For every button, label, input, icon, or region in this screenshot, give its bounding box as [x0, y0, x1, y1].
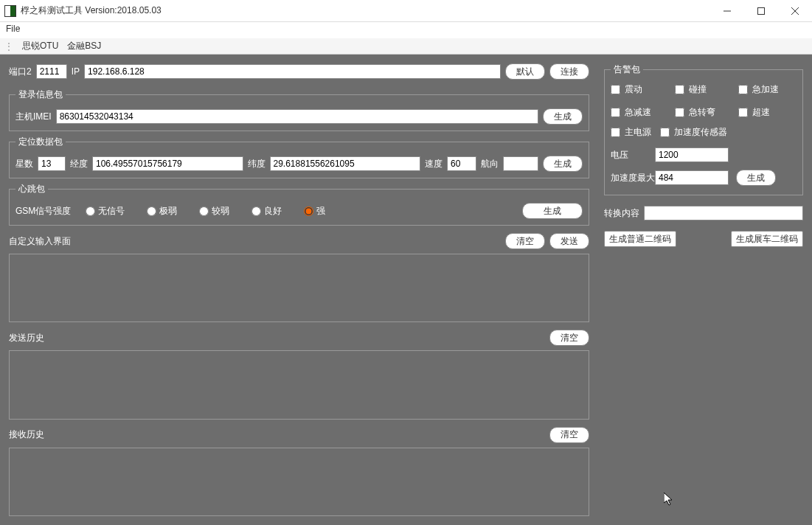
locate-group: 定位数据包 星数 经度 纬度 速度 航向 生成: [9, 136, 589, 178]
lon-label: 经度: [70, 158, 88, 170]
alarm-check-accel[interactable]: 急加速: [738, 83, 797, 96]
alarm-generate-button[interactable]: 生成: [736, 170, 776, 186]
heading-input[interactable]: [503, 156, 538, 171]
custom-send-button[interactable]: 发送: [549, 233, 589, 249]
voltage-input[interactable]: [655, 147, 729, 162]
custom-input-area[interactable]: [9, 254, 589, 322]
default-button[interactable]: 默认: [505, 63, 545, 80]
custom-clear-button[interactable]: 清空: [505, 233, 545, 249]
accdiff-label: 加速度最大差值: [611, 173, 648, 183]
locate-legend: 定位数据包: [15, 136, 66, 148]
recv-history-area[interactable]: [9, 448, 589, 516]
heading-label: 航向: [481, 158, 499, 170]
alarm-legend: 告警包: [611, 63, 643, 76]
alarm-group: 告警包 震动 碰撞 急加速 急减速 急转弯 超速 主电源 加速度传感器 电压 加…: [604, 63, 803, 195]
login-legend: 登录信息包: [15, 88, 66, 101]
voltage-label: 电压: [611, 149, 648, 161]
convert-input[interactable]: [644, 206, 803, 220]
login-generate-button[interactable]: 生成: [543, 108, 583, 125]
toolbar-grip-icon: ⋮: [4, 41, 12, 52]
send-history-label: 发送历史: [9, 332, 44, 344]
gsm-radio-veryweak[interactable]: 极弱: [147, 205, 177, 218]
gsm-radio-none[interactable]: 无信号: [86, 205, 125, 218]
connection-row: 端口2 IP 默认 连接: [9, 63, 589, 80]
gsm-radio-strong[interactable]: 强: [304, 205, 325, 218]
alarm-check-decel[interactable]: 急减速: [611, 106, 669, 119]
menubar: File: [0, 22, 812, 38]
send-history-clear-button[interactable]: 清空: [549, 330, 589, 346]
maximize-button[interactable]: [744, 0, 778, 22]
lon-input[interactable]: [92, 156, 243, 171]
heartbeat-legend: 心跳包: [15, 183, 48, 195]
alarm-check-overspeed[interactable]: 超速: [738, 106, 797, 119]
imei-label: 主机IMEI: [15, 111, 52, 123]
connect-button[interactable]: 连接: [549, 63, 589, 80]
send-history-header: 发送历史 清空: [9, 330, 589, 346]
recv-history-clear-button[interactable]: 清空: [549, 427, 589, 443]
accdiff-input[interactable]: [655, 170, 729, 185]
convert-label: 转换内容: [604, 207, 639, 220]
sat-label: 星数: [15, 158, 33, 170]
send-history-area[interactable]: [9, 350, 589, 419]
gsm-radio-good[interactable]: 良好: [251, 205, 282, 218]
gsm-radio-weak[interactable]: 较弱: [199, 205, 229, 218]
lat-input[interactable]: [270, 156, 421, 171]
alarm-check-vibration[interactable]: 震动: [611, 83, 669, 96]
close-button[interactable]: [778, 0, 812, 22]
app-icon: [4, 5, 16, 17]
speed-input[interactable]: [447, 156, 476, 171]
login-group: 登录信息包 主机IMEI 生成: [9, 88, 589, 131]
svg-rect-1: [758, 7, 765, 14]
sat-input[interactable]: [38, 156, 66, 171]
toolbar: ⋮ 思锐OTU 金融BSJ: [0, 38, 812, 55]
custom-header: 自定义输入界面 清空 发送: [9, 233, 589, 249]
gen-display-qr-button[interactable]: 生成展车二维码: [731, 231, 803, 247]
port-input[interactable]: [36, 64, 67, 79]
right-column: 告警包 震动 碰撞 急加速 急减速 急转弯 超速 主电源 加速度传感器 电压 加…: [604, 63, 803, 516]
left-column: 端口2 IP 默认 连接 登录信息包 主机IMEI 生成 定位数据包 星数 经度: [9, 63, 589, 516]
alarm-check-accelsensor[interactable]: 加速度传感器: [660, 126, 727, 139]
port-label: 端口2: [9, 66, 32, 78]
tab-siru-otu[interactable]: 思锐OTU: [22, 40, 58, 52]
ip-input[interactable]: [84, 64, 501, 79]
gen-normal-qr-button[interactable]: 生成普通二维码: [604, 231, 676, 247]
titlebar: 桴之科测试工具 Version:2018.05.03: [0, 0, 812, 22]
custom-label: 自定义输入界面: [9, 235, 71, 248]
lat-label: 纬度: [248, 158, 266, 170]
recv-history-header: 接收历史 清空: [9, 427, 589, 443]
window-controls: [710, 0, 812, 22]
minimize-button[interactable]: [710, 0, 744, 22]
heartbeat-generate-button[interactable]: 生成: [522, 203, 583, 219]
speed-label: 速度: [425, 158, 443, 170]
main-panel: 端口2 IP 默认 连接 登录信息包 主机IMEI 生成 定位数据包 星数 经度: [0, 55, 812, 525]
tab-jinrong-bsj[interactable]: 金融BSJ: [67, 40, 101, 52]
alarm-check-mainpower[interactable]: 主电源: [611, 126, 651, 139]
window-title: 桴之科测试工具 Version:2018.05.03: [21, 4, 710, 17]
ip-label: IP: [72, 66, 80, 77]
imei-input[interactable]: [56, 109, 538, 124]
alarm-check-turn[interactable]: 急转弯: [675, 106, 733, 119]
gsm-label: GSM信号强度: [15, 205, 71, 218]
recv-history-label: 接收历史: [9, 428, 44, 441]
alarm-check-collision[interactable]: 碰撞: [675, 83, 733, 96]
menu-file[interactable]: File: [6, 24, 20, 34]
locate-generate-button[interactable]: 生成: [543, 156, 583, 172]
heartbeat-group: 心跳包 GSM信号强度 无信号 极弱 较弱 良好 强 生成: [9, 183, 589, 226]
